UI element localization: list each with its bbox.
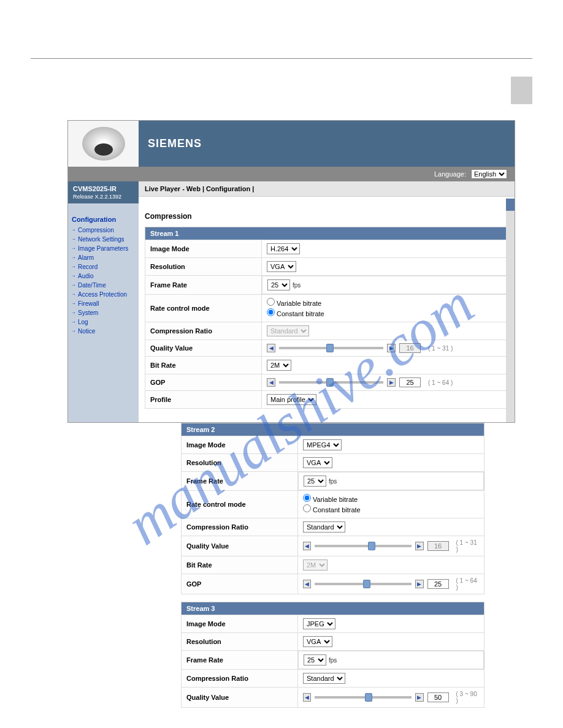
stream2-quality-range: ( 1 ~ 31 ) bbox=[456, 539, 480, 553]
language-bar: Language: English bbox=[68, 167, 515, 181]
tab-configuration[interactable]: Configuration bbox=[206, 185, 250, 192]
stream2-quality-inc[interactable]: ▶ bbox=[415, 542, 423, 550]
brand-bar: SIEMENS bbox=[139, 121, 515, 167]
sidebar-item-notice[interactable]: Notice bbox=[72, 327, 135, 336]
stream3-image-mode-select[interactable]: JPEG bbox=[303, 618, 335, 629]
language-select[interactable]: English bbox=[471, 169, 507, 179]
sidebar-item-log[interactable]: Log bbox=[72, 317, 135, 327]
stream2-quality-value bbox=[427, 541, 449, 551]
tab-live-player[interactable]: Live Player - Web bbox=[145, 185, 201, 192]
stream3-quality-value[interactable] bbox=[427, 692, 449, 702]
stream1-variable-radio[interactable] bbox=[267, 298, 275, 306]
stream1-gop-dec[interactable]: ◀ bbox=[267, 378, 275, 387]
stream2-gop-range: ( 1 ~ 64 ) bbox=[456, 577, 480, 591]
stream1-header: Stream 1 bbox=[145, 227, 508, 240]
sidebar-item-alarm[interactable]: Alarm bbox=[72, 253, 135, 262]
stream1-resolution-label: Resolution bbox=[145, 258, 262, 276]
stream2-bitrate-label: Bit Rate bbox=[182, 556, 298, 574]
stream2-framerate-label: Frame Rate bbox=[182, 472, 298, 491]
stream2-quality-label: Quality Value bbox=[182, 536, 298, 556]
stream3-compression-select[interactable]: Standard bbox=[303, 673, 345, 684]
stream3-table: Stream 3 Image Mode JPEG Resolution VGA … bbox=[181, 602, 484, 708]
stream3-framerate-label: Frame Rate bbox=[182, 651, 298, 670]
stream3-resolution-label: Resolution bbox=[182, 633, 298, 651]
sidebar-menu-title: Configuration bbox=[72, 216, 135, 223]
page-corner-marker bbox=[511, 77, 532, 104]
stream3-compression-label: Compression Ratio bbox=[182, 670, 298, 688]
sidebar-item-audio[interactable]: Audio bbox=[72, 271, 135, 281]
stream3-framerate-select[interactable]: 25 bbox=[304, 654, 326, 665]
stream3-resolution-select[interactable]: VGA bbox=[303, 636, 332, 647]
section-title: Compression bbox=[145, 212, 508, 221]
content-pane: Live Player - Web | Configuration | Comp… bbox=[139, 181, 515, 422]
stream3-header: Stream 3 bbox=[182, 602, 484, 615]
fps-label2: fps bbox=[329, 478, 337, 485]
stream1-gop-label: GOP bbox=[145, 374, 262, 391]
language-label: Language: bbox=[434, 170, 466, 178]
stream1-image-mode-label: Image Mode bbox=[145, 240, 262, 258]
stream1-framerate-select[interactable]: 25 bbox=[267, 279, 290, 290]
sidebar-item-network[interactable]: Network Settings bbox=[72, 235, 135, 244]
dome-camera-icon bbox=[82, 127, 125, 161]
stream1-compression-label: Compression Ratio bbox=[145, 322, 262, 340]
release-version: Release X.2.2.1392 bbox=[73, 194, 134, 200]
stream3-quality-range: ( 3 ~ 90 ) bbox=[456, 691, 480, 704]
stream1-gop-value[interactable] bbox=[399, 377, 421, 387]
stream2-header: Stream 2 bbox=[182, 423, 484, 436]
stream1-profile-select[interactable]: Main profile bbox=[267, 394, 316, 405]
stream2-gop-inc[interactable]: ▶ bbox=[415, 580, 423, 588]
stream1-quality-inc[interactable]: ▶ bbox=[387, 344, 396, 352]
stream1-gop-slider[interactable] bbox=[279, 381, 383, 384]
sidebar-item-image-params[interactable]: Image Parameters bbox=[72, 244, 135, 253]
stream1-quality-slider[interactable] bbox=[279, 347, 383, 349]
tab-separator-end: | bbox=[252, 185, 254, 192]
stream1-quality-label: Quality Value bbox=[145, 340, 262, 357]
stream2-gop-slider[interactable] bbox=[315, 583, 412, 585]
stream1-bitrate-select[interactable]: 2M bbox=[267, 360, 291, 371]
stream2-variable-radio[interactable] bbox=[303, 494, 311, 502]
sidebar-item-datetime[interactable]: Date/Time bbox=[72, 281, 135, 290]
stream2-compression-select[interactable]: Standard bbox=[303, 521, 345, 533]
stream1-profile-label: Profile bbox=[145, 391, 262, 409]
stream1-constant-radio[interactable] bbox=[267, 308, 275, 316]
stream2-image-mode-label: Image Mode bbox=[182, 436, 298, 454]
stream1-image-mode-select[interactable]: H.264 bbox=[267, 243, 300, 254]
stream2-compression-label: Compression Ratio bbox=[182, 518, 298, 536]
stream2-table: Stream 2 Image Mode MPEG4 Resolution VGA… bbox=[181, 423, 484, 594]
sidebar-item-record[interactable]: Record bbox=[72, 262, 135, 271]
stream2-resolution-select[interactable]: VGA bbox=[303, 457, 332, 468]
sidebar-item-access[interactable]: Access Protection bbox=[72, 290, 135, 299]
stream3-quality-dec[interactable]: ◀ bbox=[303, 693, 311, 702]
stream2-gop-value[interactable] bbox=[427, 579, 449, 589]
stream3-quality-label: Quality Value bbox=[182, 688, 298, 708]
stream2-constant-radio[interactable] bbox=[303, 504, 311, 512]
header-divider bbox=[31, 58, 532, 59]
fps-label: fps bbox=[293, 282, 301, 289]
stream1-gop-inc[interactable]: ▶ bbox=[387, 378, 396, 387]
stream2-quality-dec[interactable]: ◀ bbox=[303, 542, 311, 550]
vertical-scrollbar[interactable] bbox=[506, 199, 515, 422]
stream2-ratecontrol-label: Rate control mode bbox=[182, 491, 298, 518]
stream2-gop-label: GOP bbox=[182, 574, 298, 594]
stream1-quality-range: ( 1 ~ 31 ) bbox=[428, 345, 453, 352]
stream1-quality-value bbox=[399, 343, 421, 353]
fps-label3: fps bbox=[329, 657, 337, 664]
stream1-framerate-label: Frame Rate bbox=[145, 276, 262, 295]
sidebar-item-system[interactable]: System bbox=[72, 308, 135, 317]
stream3-quality-slider[interactable] bbox=[315, 696, 412, 699]
sidebar-item-firewall[interactable]: Firewall bbox=[72, 299, 135, 308]
stream1-bitrate-label: Bit Rate bbox=[145, 357, 262, 374]
stream1-table: Stream 1 Image Mode H.264 Resolution VGA… bbox=[145, 227, 508, 409]
stream2-framerate-select[interactable]: 25 bbox=[304, 476, 326, 487]
stream1-quality-dec[interactable]: ◀ bbox=[267, 344, 275, 352]
stream1-ratecontrol-label: Rate control mode bbox=[145, 295, 262, 322]
model-name: CVMS2025-IR bbox=[73, 185, 134, 192]
content-tabs: Live Player - Web | Configuration | bbox=[139, 181, 515, 197]
stream3-image-mode-label: Image Mode bbox=[182, 615, 298, 633]
stream3-quality-inc[interactable]: ▶ bbox=[415, 693, 423, 702]
stream2-gop-dec[interactable]: ◀ bbox=[303, 580, 311, 588]
sidebar-item-compression[interactable]: Compression bbox=[72, 226, 135, 235]
stream2-quality-slider[interactable] bbox=[315, 545, 412, 547]
stream2-image-mode-select[interactable]: MPEG4 bbox=[303, 439, 342, 450]
stream1-resolution-select[interactable]: VGA bbox=[267, 261, 296, 272]
